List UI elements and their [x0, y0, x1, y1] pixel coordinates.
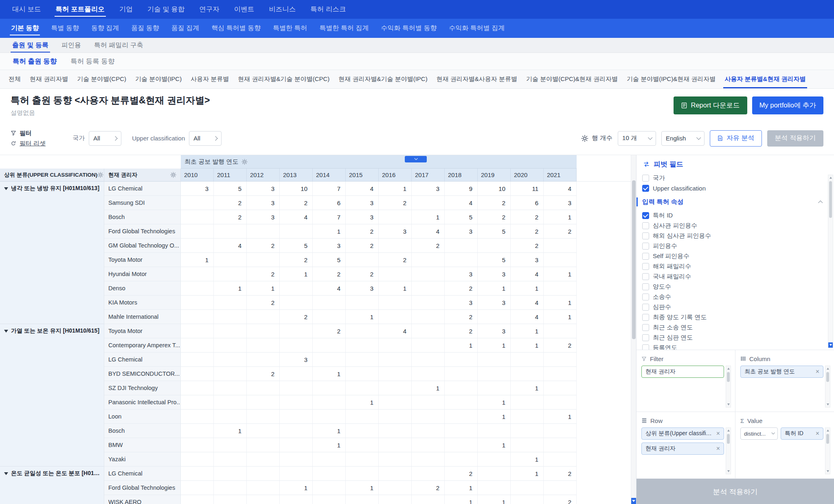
filter-reset-button[interactable]: 필터 리셋 — [11, 140, 46, 147]
tab-3[interactable]: 기술 분야별(IPC) — [131, 70, 186, 88]
aggregation-select[interactable]: distinct... — [740, 427, 778, 440]
scrollbar-thumb[interactable] — [727, 434, 730, 444]
input-attributes-section-header[interactable]: 입력 특허 속성 — [636, 195, 834, 209]
remove-tag-icon[interactable]: × — [816, 430, 819, 437]
scroll-down-icon[interactable] — [828, 342, 833, 348]
scrollbar-thumb[interactable] — [826, 372, 829, 382]
tab-6[interactable]: 현재 권리자별&기술 분야별(IPC) — [334, 70, 432, 88]
gear-icon[interactable] — [581, 135, 588, 142]
tab-10[interactable]: 사용자 분류별&현재 권리자별 — [720, 70, 810, 88]
tab-9[interactable]: 기술 분야별(IPC)&현재 권리자별 — [622, 70, 720, 88]
field-list-scrollbar[interactable] — [828, 175, 833, 348]
checkbox-12[interactable] — [642, 334, 649, 341]
scroll-up-icon[interactable] — [828, 175, 833, 180]
topnav-item-2[interactable]: 기업 — [112, 0, 140, 19]
topnav-item-6[interactable]: 비즈니스 — [261, 0, 303, 19]
panel-scrollbar[interactable] — [726, 366, 731, 408]
scrollbar-thumb[interactable] — [829, 181, 832, 218]
subnav-item-6[interactable]: 특별한 특허 — [267, 19, 313, 38]
panel-scrollbar[interactable] — [825, 366, 830, 408]
collapse-header-button[interactable] — [405, 156, 427, 162]
subnav-item-2[interactable]: 동향 집계 — [85, 19, 125, 38]
subnav-item-4[interactable]: 품질 집계 — [165, 19, 205, 38]
nav4-item-0[interactable]: 특허 출원 동향 — [6, 53, 64, 70]
scrollbar-track[interactable] — [825, 433, 830, 469]
scroll-down-icon[interactable] — [726, 469, 731, 474]
scroll-up-icon[interactable] — [825, 428, 830, 433]
subnav-item-9[interactable]: 수익화 특허별 집계 — [443, 19, 511, 38]
scrollbar-thumb[interactable] — [727, 372, 730, 382]
checkbox-2[interactable] — [642, 232, 649, 239]
pivot-tag[interactable]: 상위 분류(Upper classificati...× — [641, 427, 724, 440]
nav4-item-1[interactable]: 특허 등록 동향 — [64, 53, 121, 70]
remove-tag-icon[interactable]: × — [716, 430, 720, 437]
nav3-item-2[interactable]: 특허 패밀리 구축 — [88, 38, 150, 53]
apply-analysis-button-bottom[interactable]: 분석 적용하기 — [636, 479, 834, 504]
classification-cell[interactable]: 온도 균일성 또는 온도 분포 [H01M1... — [0, 467, 104, 504]
upper-classification-select[interactable]: All — [189, 131, 222, 146]
pivot-tag[interactable]: 최초 공보 발행 연도× — [740, 366, 823, 378]
gear-icon[interactable] — [97, 172, 103, 178]
scrollbar-track[interactable] — [828, 180, 833, 342]
panel-scrollbar[interactable] — [726, 427, 731, 474]
checkbox-10[interactable] — [642, 314, 649, 321]
scroll-down-icon[interactable] — [825, 469, 830, 474]
topnav-item-4[interactable]: 연구자 — [192, 0, 227, 19]
scrollbar-track[interactable] — [726, 433, 731, 469]
checkbox-7[interactable] — [642, 283, 649, 290]
tab-1[interactable]: 현재 권리자별 — [25, 70, 72, 88]
checkbox-3[interactable] — [642, 243, 649, 250]
subnav-item-8[interactable]: 수익화 특허별 동향 — [375, 19, 443, 38]
tab-4[interactable]: 사용자 분류별 — [186, 70, 233, 88]
checkbox-6[interactable] — [642, 273, 649, 280]
tab-8[interactable]: 기술 분야별(CPC)&현재 권리자별 — [522, 70, 622, 88]
checkbox-top-0[interactable] — [642, 175, 649, 182]
classification-cell[interactable]: 가열 또는 보온 유지 [H01M10/615] — [0, 324, 104, 467]
nav3-item-0[interactable]: 출원 및 등록 — [6, 38, 55, 53]
subnav-item-3[interactable]: 품질 동향 — [125, 19, 165, 38]
scroll-up-icon[interactable] — [726, 428, 731, 433]
remove-tag-icon[interactable]: × — [716, 445, 720, 452]
scroll-up-icon[interactable] — [825, 366, 830, 371]
checkbox-11[interactable] — [642, 324, 649, 331]
pivot-tag[interactable]: 현재 권리자× — [641, 443, 724, 455]
gear-icon[interactable] — [170, 172, 176, 178]
topnav-item-0[interactable]: 대시 보드 — [5, 0, 48, 19]
pivot-tag[interactable]: 특허 ID× — [781, 427, 823, 440]
topnav-item-1[interactable]: 특허 포트폴리오 — [48, 0, 112, 19]
checkbox-0[interactable] — [642, 212, 649, 219]
panel-scrollbar[interactable] — [825, 427, 830, 474]
checkbox-13[interactable] — [642, 344, 649, 350]
checkbox-top-1[interactable] — [642, 185, 649, 192]
checkbox-5[interactable] — [642, 263, 649, 270]
apply-analysis-button-top[interactable]: 분석 적용하기 — [767, 130, 823, 147]
checkbox-9[interactable] — [642, 304, 649, 311]
scroll-up-icon[interactable] — [726, 366, 731, 371]
tab-7[interactable]: 현재 권리자별&사용자 분류별 — [432, 70, 522, 88]
subnav-item-1[interactable]: 특별 동향 — [45, 19, 85, 38]
tab-5[interactable]: 현재 권리자별&기술 분야별(CPC) — [233, 70, 334, 88]
subnav-item-5[interactable]: 핵심 특허별 동향 — [205, 19, 267, 38]
scroll-down-button[interactable] — [631, 498, 636, 504]
pivot-tag[interactable]: 현재 권리자 — [641, 366, 724, 378]
checkbox-8[interactable] — [642, 294, 649, 300]
scrollbar-track[interactable] — [726, 371, 731, 402]
country-select[interactable]: All — [89, 131, 121, 146]
classification-cell[interactable]: 냉각 또는 냉방 유지 [H01M10/613] — [0, 182, 104, 324]
scrollbar-thumb[interactable] — [826, 434, 829, 444]
filter-button[interactable]: 필터 — [11, 129, 46, 137]
topnav-item-5[interactable]: 이벤트 — [227, 0, 262, 19]
subnav-item-7[interactable]: 특별한 특허 집계 — [314, 19, 375, 38]
topnav-item-3[interactable]: 기술 및 융합 — [140, 0, 192, 19]
gear-icon[interactable] — [241, 159, 248, 165]
scroll-down-icon[interactable] — [825, 402, 830, 407]
report-download-button[interactable]: Report 다운로드 — [674, 96, 747, 114]
tab-2[interactable]: 기술 분야별(CPC) — [72, 70, 131, 88]
scrollbar-thumb[interactable] — [632, 180, 636, 339]
language-select[interactable]: English — [661, 131, 705, 146]
add-to-portfolio-button[interactable]: My portfolio에 추가 — [752, 96, 823, 114]
tab-0[interactable]: 전체 — [4, 70, 25, 88]
free-analysis-button[interactable]: 자유 분석 — [710, 130, 762, 147]
nav3-item-1[interactable]: 피인용 — [55, 38, 88, 53]
checkbox-4[interactable] — [642, 253, 649, 260]
